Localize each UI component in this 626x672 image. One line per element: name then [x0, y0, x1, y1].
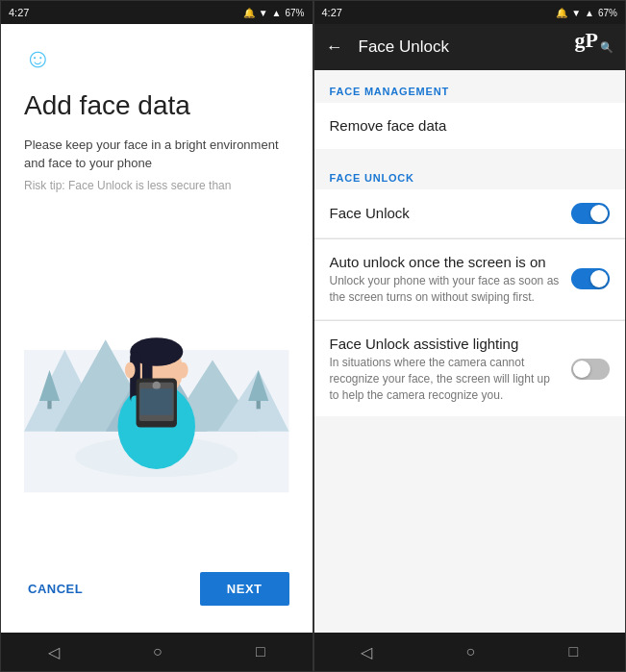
face-management-card: Remove face data — [314, 103, 626, 149]
nav-home-right[interactable]: ○ — [466, 643, 476, 660]
face-illustration — [24, 200, 289, 560]
notification-icon-right: 🔔 — [556, 8, 567, 18]
status-time-left: 4:27 — [9, 7, 29, 18]
assistive-lighting-item[interactable]: Face Unlock assistive lighting In situat… — [314, 321, 626, 417]
nav-bar-right: ◁ ○ □ — [314, 633, 626, 671]
screen-content-right: FACE MANAGEMENT Remove face data FACE UN… — [314, 70, 626, 633]
back-button[interactable]: ← — [326, 37, 343, 58]
nav-recents-left[interactable]: □ — [256, 643, 265, 660]
svg-rect-9 — [257, 400, 261, 408]
add-face-title: Add face data — [24, 89, 289, 122]
assistive-lighting-subtitle: In situations where the camera cannot re… — [330, 355, 561, 403]
auto-unlock-text: Auto unlock once the screen is on Unlock… — [330, 253, 572, 306]
face-unlock-toggle[interactable] — [571, 203, 610, 224]
wifi-icon-right: ▼ — [571, 8, 581, 18]
status-bar-right: 4:27 🔔 ▼ ▲ 67% — [314, 1, 626, 24]
remove-face-data-text: Remove face data — [330, 116, 611, 136]
add-face-description: Please keep your face in a bright enviro… — [24, 136, 289, 173]
screen-content-left: ☺ Add face data Please keep your face in… — [1, 24, 313, 633]
cancel-button[interactable]: CANCEL — [24, 574, 87, 604]
status-icons-left: 🔔 ▼ ▲ 67% — [243, 8, 305, 18]
remove-face-data-title: Remove face data — [330, 116, 599, 136]
section-gap-1 — [314, 149, 626, 157]
section-header-face-unlock: FACE UNLOCK — [314, 157, 626, 189]
nav-back-left[interactable]: ◁ — [48, 643, 60, 661]
search-icon-logo: 🔍 — [600, 41, 613, 54]
assistive-lighting-toggle[interactable] — [571, 359, 610, 380]
svg-point-22 — [125, 361, 136, 378]
status-icons-right: 🔔 ▼ ▲ 67% — [556, 8, 617, 18]
top-app-bar: ← Face Unlock gP 🔍 — [314, 24, 626, 70]
battery-right: 67% — [598, 8, 617, 18]
bottom-buttons: CANCEL NEXT — [24, 560, 289, 613]
nav-recents-right[interactable]: □ — [569, 643, 579, 660]
status-time-right: 4:27 — [322, 7, 342, 18]
face-unlock-title: Face Unlock — [330, 204, 561, 223]
auto-unlock-title: Auto unlock once the screen is on — [330, 253, 561, 272]
face-unlock-text: Face Unlock — [330, 204, 572, 223]
face-emoji-icon: ☺ — [24, 43, 289, 74]
signal-icon: ▲ — [272, 8, 282, 18]
auto-unlock-toggle[interactable] — [571, 268, 610, 289]
notification-icon: 🔔 — [243, 8, 255, 18]
nav-back-right[interactable]: ◁ — [361, 643, 372, 661]
gp-logo: gP 🔍 — [575, 28, 613, 54]
section-header-face-management: FACE MANAGEMENT — [314, 70, 626, 103]
status-bar-left: 4:27 🔔 ▼ ▲ 67% — [1, 1, 313, 24]
svg-point-20 — [153, 381, 161, 388]
nav-bar-left: ◁ ○ □ — [1, 633, 313, 671]
nav-home-left[interactable]: ○ — [153, 643, 163, 660]
svg-rect-7 — [47, 400, 51, 408]
svg-rect-21 — [140, 388, 173, 415]
face-unlock-toggle-knob — [590, 205, 608, 222]
wifi-icon: ▼ — [259, 8, 268, 18]
right-phone: 4:27 🔔 ▼ ▲ 67% ← Face Unlock gP 🔍 FACE M… — [313, 0, 627, 672]
screen-title: Face Unlock — [359, 37, 449, 57]
face-unlock-item[interactable]: Face Unlock — [314, 189, 626, 238]
battery-left: 67% — [285, 8, 304, 18]
auto-unlock-toggle-knob — [590, 270, 608, 287]
next-button[interactable]: NEXT — [200, 572, 289, 606]
risk-tip-text: Risk tip: Face Unlock is less secure tha… — [24, 179, 289, 192]
svg-point-23 — [178, 361, 188, 378]
auto-unlock-subtitle: Unlock your phone with your face as soon… — [330, 273, 561, 306]
signal-icon-right: ▲ — [585, 8, 594, 18]
remove-face-data-item[interactable]: Remove face data — [314, 103, 626, 149]
assistive-lighting-title: Face Unlock assistive lighting — [330, 335, 561, 354]
assistive-lighting-toggle-knob — [573, 361, 590, 378]
gp-logo-text: gP — [575, 28, 598, 53]
auto-unlock-item[interactable]: Auto unlock once the screen is on Unlock… — [314, 239, 626, 320]
left-phone: 4:27 🔔 ▼ ▲ 67% ☺ Add face data Please ke… — [0, 0, 313, 672]
settings-body: FACE MANAGEMENT Remove face data FACE UN… — [314, 70, 626, 633]
assistive-lighting-text: Face Unlock assistive lighting In situat… — [330, 335, 572, 404]
face-unlock-card: Face Unlock Auto unlock once the screen … — [314, 189, 626, 417]
